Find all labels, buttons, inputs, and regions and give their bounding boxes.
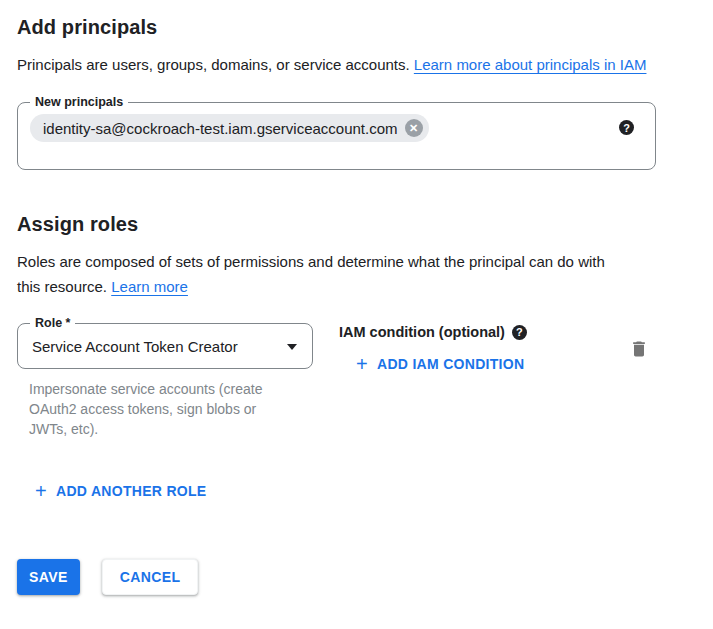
remove-principal-icon[interactable]: ✕ <box>405 119 423 137</box>
dropdown-caret-icon <box>287 344 297 350</box>
iam-condition-column: IAM condition (optional) ? + ADD IAM CON… <box>339 323 532 379</box>
add-iam-condition-label: ADD IAM CONDITION <box>377 356 524 372</box>
plus-icon: + <box>356 355 368 373</box>
role-row: Role * Service Account Token Creator Imp… <box>17 323 713 439</box>
action-bar: SAVE CANCEL <box>17 559 713 595</box>
assign-roles-title: Assign roles <box>17 211 713 237</box>
principals-description: Principals are users, groups, domains, o… <box>17 52 665 77</box>
new-principals-label: New principals <box>30 94 128 110</box>
iam-condition-label: IAM condition (optional) <box>339 324 505 340</box>
cancel-button[interactable]: CANCEL <box>102 559 199 595</box>
plus-icon: + <box>35 482 47 500</box>
page-title: Add principals <box>17 14 713 40</box>
role-label: Role * <box>30 315 75 331</box>
role-select[interactable]: Role * Service Account Token Creator <box>17 323 313 369</box>
trash-icon <box>629 339 649 359</box>
add-iam-condition-button[interactable]: + ADD IAM CONDITION <box>348 349 532 379</box>
delete-role-column <box>627 323 651 364</box>
roles-description-text: Roles are composed of sets of permission… <box>17 253 605 295</box>
roles-description: Roles are composed of sets of permission… <box>17 249 632 299</box>
new-principals-field[interactable]: New principals identity-sa@cockroach-tes… <box>17 102 656 170</box>
role-selected-value: Service Account Token Creator <box>32 338 238 355</box>
delete-role-button[interactable] <box>627 337 651 364</box>
iam-condition-label-row: IAM condition (optional) ? <box>339 324 532 340</box>
principal-chip-text: identity-sa@cockroach-test.iam.gservicea… <box>43 120 398 137</box>
learn-more-roles-link[interactable]: Learn more <box>111 278 188 295</box>
add-principals-panel: Add principals Principals are users, gro… <box>0 0 713 595</box>
iam-condition-help-icon[interactable]: ? <box>512 325 527 340</box>
role-helper-text: Impersonate service accounts (create OAu… <box>29 379 291 439</box>
role-column: Role * Service Account Token Creator Imp… <box>17 323 313 439</box>
principal-chip: identity-sa@cockroach-test.iam.gservicea… <box>30 114 429 142</box>
save-button[interactable]: SAVE <box>17 559 80 595</box>
add-another-role-button[interactable]: + ADD ANOTHER ROLE <box>27 476 215 506</box>
add-another-role-label: ADD ANOTHER ROLE <box>56 483 207 499</box>
principals-help-icon[interactable]: ? <box>619 120 634 135</box>
learn-more-principals-link[interactable]: Learn more about principals in IAM <box>414 56 647 73</box>
principals-description-text: Principals are users, groups, domains, o… <box>17 56 414 73</box>
